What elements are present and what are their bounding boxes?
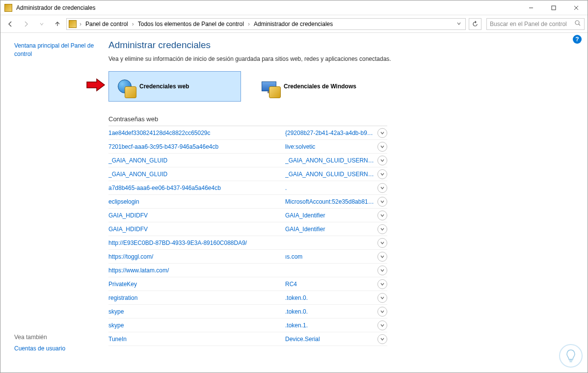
credential-address: https://toggl.com/ <box>108 253 285 260</box>
credential-row[interactable]: skype.token.1. <box>108 319 387 332</box>
monitor-vault-icon <box>258 76 280 97</box>
credential-address: skype <box>108 322 285 329</box>
expand-button[interactable] <box>377 197 387 207</box>
credential-row[interactable]: TuneInDevice.Serial <box>108 332 387 346</box>
credential-row[interactable]: GAIA_HDIDFVGAIA_Identifier <box>108 222 387 236</box>
chevron-right-icon[interactable]: › <box>247 21 251 27</box>
category-row: Credenciales web Credenciales de Windows <box>108 71 578 102</box>
expand-button[interactable] <box>377 252 387 262</box>
expand-button[interactable] <box>377 224 387 234</box>
credential-username: live:solvetic <box>285 143 377 150</box>
credential-username: ıs.com <box>285 253 377 260</box>
app-icon <box>4 4 12 12</box>
credential-row[interactable]: a7d8b465-aaa6-ee06-b437-946a5a46e4cb. <box>108 181 387 195</box>
expand-button[interactable] <box>377 169 387 179</box>
search-input[interactable] <box>490 21 574 27</box>
chevron-right-icon[interactable]: › <box>131 21 135 27</box>
expand-button[interactable] <box>377 320 387 330</box>
credential-username: RC4 <box>285 281 377 288</box>
breadcrumb-credential-manager[interactable]: Administrador de credenciales <box>253 21 334 27</box>
credential-username: Device.Serial <box>285 336 377 343</box>
credential-username: . <box>285 185 377 191</box>
window-controls <box>520 0 588 15</box>
breadcrumb-control-panel[interactable]: Panel de control <box>84 21 129 27</box>
maximize-button[interactable] <box>542 0 565 15</box>
credential-address: https://www.latam.com/ <box>108 267 285 274</box>
credential-row[interactable]: http://E93EC0BD-87BD-4933-9E3A-89160C088… <box>108 236 387 250</box>
expand-button[interactable] <box>377 279 387 289</box>
credential-row[interactable]: PrivateKeyRC4 <box>108 277 387 291</box>
credential-row[interactable]: _GAIA_ANON_GLUID_GAIA_ANON_GLUID_USERNAM… <box>108 154 387 167</box>
toolbar: › Panel de control › Todos los elementos… <box>0 15 588 33</box>
svg-point-4 <box>575 21 579 25</box>
credentials-table: 1ae84def330824128d4c8822cc65029c{29208b2… <box>108 126 387 346</box>
tile-windows-credentials[interactable]: Credenciales de Windows <box>253 71 385 102</box>
credential-row[interactable]: 1ae84def330824128d4c8822cc65029c{29208b2… <box>108 126 387 140</box>
credential-row[interactable]: GAIA_HDIDFVGAIA_Identifier <box>108 209 387 222</box>
expand-button[interactable] <box>377 183 387 193</box>
credential-row[interactable]: https://toggl.com/ıs.com <box>108 250 387 264</box>
up-button[interactable] <box>51 17 64 31</box>
credential-row[interactable]: https://www.latam.com/ <box>108 264 387 277</box>
expand-button[interactable] <box>377 266 387 275</box>
page-heading: Administrar credenciales <box>108 40 578 51</box>
back-button[interactable] <box>3 17 17 31</box>
credential-address: GAIA_HDIDFV <box>108 226 285 233</box>
titlebar: Administrador de credenciales <box>0 0 588 15</box>
recent-dropdown[interactable] <box>35 17 49 31</box>
credential-username: .token.0. <box>285 294 377 301</box>
credential-address: 7201becf-aaa6-3c95-b437-946a5a46e4cb <box>108 143 285 150</box>
expand-button[interactable] <box>377 293 387 303</box>
credential-row[interactable]: eclipseloginMicrosoftAccount:52e35d8ab81… <box>108 195 387 209</box>
credential-username: GAIA_Identifier <box>285 226 377 233</box>
forward-button[interactable] <box>19 17 33 31</box>
credential-address: a7d8b465-aaa6-ee06-b437-946a5a46e4cb <box>108 185 285 191</box>
credential-address: skype <box>108 308 285 315</box>
address-dropdown-icon[interactable] <box>454 21 463 27</box>
see-also-section: Vea también Cuentas de usuario <box>14 334 65 353</box>
credential-address: _GAIA_ANON_GLUID <box>108 171 285 178</box>
see-also-label: Vea también <box>14 334 65 341</box>
lightbulb-badge[interactable] <box>559 344 583 368</box>
svg-line-5 <box>579 24 580 26</box>
expand-button[interactable] <box>377 334 387 344</box>
credential-address: 1ae84def330824128d4c8822cc65029c <box>108 130 285 136</box>
tile-web-credentials[interactable]: Credenciales web <box>108 71 241 102</box>
credential-address: registration <box>108 294 285 301</box>
search-icon[interactable] <box>574 20 581 28</box>
credential-row[interactable]: registration.token.0. <box>108 291 387 305</box>
credential-address: GAIA_HDIDFV <box>108 212 285 219</box>
credential-address: TuneIn <box>108 336 285 343</box>
credential-row[interactable]: skype.token.0. <box>108 305 387 319</box>
credential-username: _GAIA_ANON_GLUID_USERNAME <box>285 171 377 178</box>
content: Ventana principal del Panel de control V… <box>0 33 588 373</box>
credential-row[interactable]: 7201becf-aaa6-3c95-b437-946a5a46e4cblive… <box>108 140 387 154</box>
credential-username: .token.1. <box>285 322 377 329</box>
chevron-right-icon[interactable]: › <box>79 21 82 27</box>
address-bar[interactable]: › Panel de control › Todos los elementos… <box>66 18 466 30</box>
expand-button[interactable] <box>377 156 387 165</box>
minimize-button[interactable] <box>520 0 542 15</box>
location-icon <box>69 20 77 28</box>
red-arrow-annotation <box>86 78 106 92</box>
credential-row[interactable]: _GAIA_ANON_GLUID_GAIA_ANON_GLUID_USERNAM… <box>108 167 387 181</box>
breadcrumb-all-items[interactable]: Todos los elementos de Panel de control <box>137 21 245 27</box>
close-button[interactable] <box>565 0 588 15</box>
credential-username: MicrosoftAccount:52e35d8ab814e1... <box>285 198 377 205</box>
tile-web-label: Credenciales web <box>139 83 189 90</box>
section-web-passwords: Contraseñas web <box>108 112 387 126</box>
search-box[interactable] <box>486 18 585 30</box>
expand-button[interactable] <box>377 307 387 317</box>
globe-vault-icon <box>114 76 135 97</box>
refresh-button[interactable] <box>469 18 481 30</box>
expand-button[interactable] <box>377 238 387 248</box>
expand-button[interactable] <box>377 211 387 220</box>
expand-button[interactable] <box>377 142 387 152</box>
page-subtitle: Vea y elimine su información de inicio d… <box>108 55 578 62</box>
sidebar-user-accounts[interactable]: Cuentas de usuario <box>14 345 65 353</box>
expand-button[interactable] <box>377 128 387 138</box>
credential-address: http://E93EC0BD-87BD-4933-9E3A-89160C088… <box>108 240 285 246</box>
credential-username: .token.0. <box>285 308 377 315</box>
credential-address: PrivateKey <box>108 281 285 288</box>
sidebar-control-panel-home[interactable]: Ventana principal del Panel de control <box>14 42 98 58</box>
